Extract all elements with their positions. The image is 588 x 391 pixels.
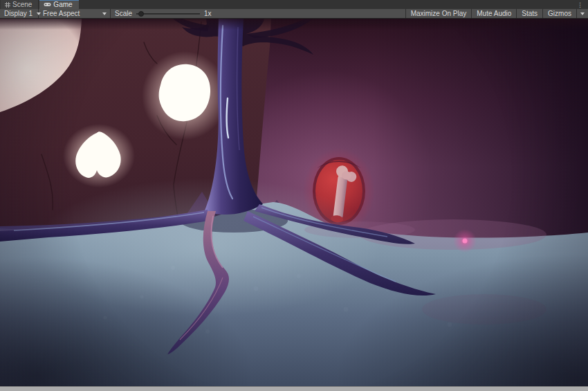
gizmos-dropdown-arrow[interactable] [576, 9, 588, 18]
aspect-dropdown-value: Free Aspect [43, 10, 80, 17]
grid-icon [5, 2, 10, 8]
maximize-on-play-button[interactable]: Maximize On Play [405, 9, 472, 18]
scale-label: Scale [115, 10, 132, 17]
chevron-down-icon [102, 12, 107, 15]
kebab-menu-icon[interactable]: ⋮ [572, 0, 588, 9]
scale-slider[interactable] [136, 10, 200, 17]
tab-scene-label: Scene [12, 1, 32, 8]
mute-audio-button[interactable]: Mute Audio [471, 9, 516, 18]
chevron-down-icon [580, 12, 585, 15]
game-viewport[interactable] [0, 19, 588, 386]
tab-game-label: Game [53, 1, 72, 8]
stats-button[interactable]: Stats [516, 9, 542, 18]
unity-editor-window: Scene Game ⋮ Display 1 Free Aspect Scale… [0, 0, 588, 391]
gamepad-icon [44, 2, 51, 7]
gizmos-button[interactable]: Gizmos [542, 9, 576, 18]
tab-game[interactable]: Game [39, 0, 78, 9]
tab-scene[interactable]: Scene [1, 0, 39, 9]
scale-value: 1x [204, 10, 212, 17]
scale-slider-track [136, 13, 200, 15]
game-view-toolbar: Display 1 Free Aspect Scale 1x Maximize … [0, 9, 588, 19]
window-bottom-strip [0, 386, 588, 391]
scale-slider-knob[interactable] [138, 11, 144, 17]
game-scene-render [0, 19, 588, 386]
view-tab-bar: Scene Game ⋮ [0, 0, 588, 9]
scale-control: Scale 1x [111, 10, 216, 17]
display-dropdown[interactable]: Display 1 [0, 9, 39, 18]
vignette [0, 19, 588, 386]
display-dropdown-value: Display 1 [4, 10, 33, 17]
aspect-dropdown[interactable]: Free Aspect [39, 9, 111, 18]
